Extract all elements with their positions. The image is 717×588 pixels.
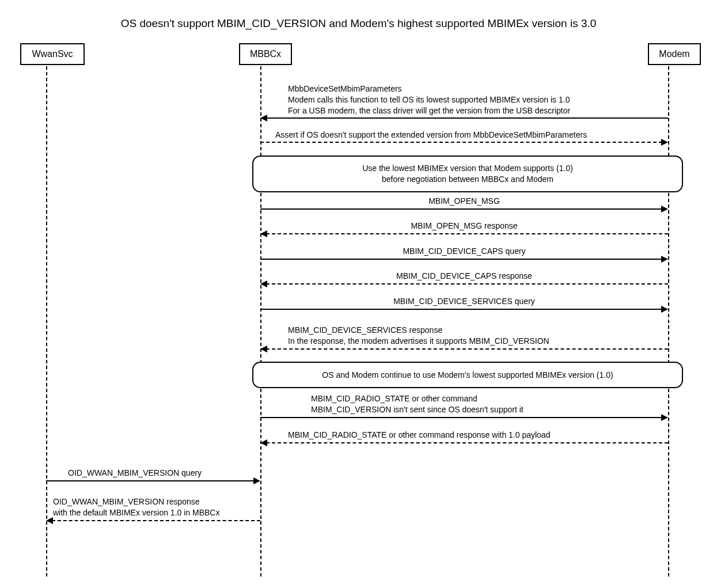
msg-mbbdevicesetmbimparameters: MbbDeviceSetMbimParameters Modem calls t… (288, 84, 570, 116)
participant-label: MBBCx (250, 49, 281, 59)
participant-label: Modem (659, 49, 689, 59)
msg-label: MBIM_CID_DEVICE_CAPS response (260, 271, 668, 282)
msg-radio-state-response: MBIM_CID_RADIO_STATE or other command re… (288, 430, 550, 441)
msg-device-services-query: MBIM_CID_DEVICE_SERVICES query (260, 296, 668, 307)
msg-device-caps-response: MBIM_CID_DEVICE_CAPS response (260, 271, 668, 282)
msg-oid-response: OID_WWAN_MBIM_VERSION response with the … (53, 496, 219, 518)
msg-label: OID_WWAN_MBIM_VERSION response with the … (53, 496, 219, 518)
msg-radio-state: MBIM_CID_RADIO_STATE or other command MB… (311, 393, 523, 415)
participant-label: WwanSvc (32, 49, 73, 59)
msg-device-caps-query: MBIM_CID_DEVICE_CAPS query (260, 246, 668, 257)
participant-mbbcx: MBBCx (239, 43, 292, 65)
msg-assert: Assert if OS doesn't support the extende… (275, 130, 587, 141)
sequence-diagram: OS doesn't support MBIM_CID_VERSION and … (12, 12, 705, 576)
msg-label: Assert if OS doesn't support the extende… (275, 130, 587, 141)
msg-label: MBIM_CID_DEVICE_SERVICES response In the… (288, 325, 549, 347)
participant-wwansvc: WwanSvc (20, 43, 85, 65)
participant-modem: Modem (648, 43, 701, 65)
note-text: Use the lowest MBIMEx version that Modem… (362, 163, 573, 185)
msg-label: MBIM_CID_RADIO_STATE or other command MB… (311, 393, 523, 415)
msg-device-services-response: MBIM_CID_DEVICE_SERVICES response In the… (288, 325, 549, 347)
note-lowest-version: Use the lowest MBIMEx version that Modem… (252, 155, 683, 192)
msg-label: MBIM_OPEN_MSG (260, 196, 668, 207)
note-continue-lowest: OS and Modem continue to use Modem's low… (252, 362, 683, 388)
note-text: OS and Modem continue to use Modem's low… (322, 370, 613, 381)
lifeline-wwansvc (46, 66, 47, 576)
msg-open-response: MBIM_OPEN_MSG response (260, 221, 668, 232)
msg-label: MBIM_CID_DEVICE_CAPS query (260, 246, 668, 257)
msg-oid-query: OID_WWAN_MBIM_VERSION query (68, 468, 202, 479)
msg-open: MBIM_OPEN_MSG (260, 196, 668, 207)
msg-label: MbbDeviceSetMbimParameters Modem calls t… (288, 84, 570, 116)
msg-label: OID_WWAN_MBIM_VERSION query (68, 468, 202, 479)
msg-label: MBIM_CID_DEVICE_SERVICES query (260, 296, 668, 307)
lifeline-modem (668, 66, 669, 576)
diagram-title: OS doesn't support MBIM_CID_VERSION and … (12, 17, 705, 30)
msg-label: MBIM_CID_RADIO_STATE or other command re… (288, 430, 550, 441)
msg-label: MBIM_OPEN_MSG response (260, 221, 668, 232)
